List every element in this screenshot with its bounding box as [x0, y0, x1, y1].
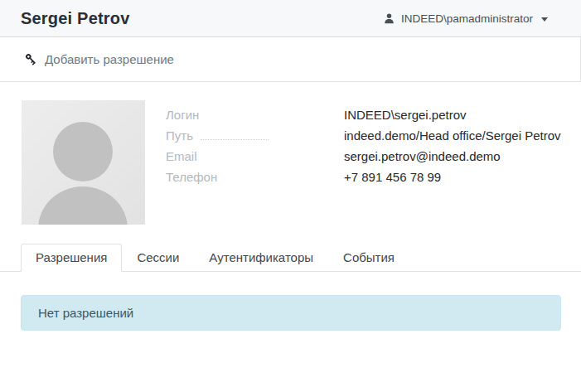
key-icon — [25, 53, 37, 65]
avatar-placeholder — [22, 100, 145, 225]
add-permission-button[interactable]: Добавить разрешение — [25, 52, 174, 66]
user-icon — [383, 12, 395, 25]
email-value: sergei.petrov@indeed.demo — [344, 149, 501, 163]
tab-bar: Разрешения Сессии Аутентификаторы Событи… — [0, 243, 581, 272]
page-header: Sergei Petrov INDEED\pamadministrator — [0, 0, 581, 37]
login-label: Логин — [166, 108, 199, 122]
add-permission-label: Добавить разрешение — [45, 52, 174, 66]
field-row-login: Логин INDEED\sergei.petrov — [166, 104, 561, 125]
tab-sessions[interactable]: Сессии — [122, 244, 194, 272]
toolbar: Добавить разрешение — [0, 37, 581, 82]
field-row-path: Путь indeed.demo/Head office/Sergei Petr… — [166, 125, 561, 146]
page-title: Sergei Petrov — [21, 9, 130, 28]
phone-label: Телефон — [166, 170, 217, 184]
dotted-leader — [201, 131, 269, 140]
user-menu-label: INDEED\pamadministrator — [401, 12, 533, 25]
profile-fields: Логин INDEED\sergei.petrov Путь indeed.d… — [166, 100, 561, 225]
field-row-email: Email sergei.petrov@indeed.demo — [166, 146, 561, 167]
tab-permissions[interactable]: Разрешения — [21, 244, 122, 272]
alert-message: Нет разрешений — [38, 306, 133, 320]
tab-authenticators[interactable]: Аутентификаторы — [194, 244, 328, 272]
user-menu[interactable]: INDEED\pamadministrator — [383, 12, 548, 25]
profile-section: Логин INDEED\sergei.petrov Путь indeed.d… — [0, 82, 581, 225]
path-label: Путь — [166, 128, 193, 143]
login-value: INDEED\sergei.petrov — [344, 108, 467, 122]
phone-value: +7 891 456 78 99 — [344, 170, 441, 184]
email-label: Email — [166, 149, 197, 163]
tab-events[interactable]: События — [328, 244, 409, 272]
field-row-phone: Телефон +7 891 456 78 99 — [166, 167, 561, 187]
no-permissions-alert: Нет разрешений — [21, 295, 561, 331]
path-value: indeed.demo/Head office/Sergei Petrov — [344, 128, 561, 143]
caret-down-icon — [541, 17, 548, 22]
